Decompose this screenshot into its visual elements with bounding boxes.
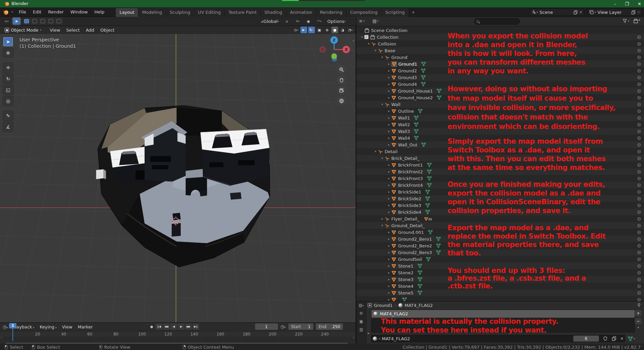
expand-icon[interactable] <box>387 96 391 99</box>
visibility-toggle-icon[interactable] <box>637 62 641 66</box>
slot-specials-dropdown[interactable]: ▾ <box>638 326 639 329</box>
visibility-toggle-icon[interactable] <box>637 123 641 127</box>
add-material-slot-button[interactable]: + <box>635 310 642 317</box>
outliner-item-label[interactable]: Ground <box>391 55 407 60</box>
visibility-toggle-icon[interactable] <box>637 284 641 288</box>
outliner-item-label[interactable]: BrickSide1 <box>398 189 421 195</box>
outliner-item-label[interactable]: Wall_Out <box>398 142 417 147</box>
visibility-toggle-icon[interactable] <box>637 277 641 282</box>
filter-type-dropdown[interactable]: ▤▾ <box>372 19 379 24</box>
options-dropdown[interactable]: Options ▾ <box>326 18 347 25</box>
visibility-toggle-icon[interactable] <box>637 156 641 161</box>
visibility-toggle-icon[interactable] <box>637 183 641 187</box>
select-mode-subtract[interactable] <box>39 18 46 25</box>
expand-icon[interactable] <box>387 231 391 234</box>
outliner-item-label[interactable]: Base <box>385 48 395 53</box>
view-layer-selector[interactable]: ▾ View Layer ✕ <box>587 8 642 16</box>
outliner-item-label[interactable]: BrickSide2 <box>398 196 421 201</box>
expand-icon[interactable] <box>380 103 385 106</box>
timeline-menu-keying[interactable]: Keying ▾ <box>37 323 59 330</box>
menu-help[interactable]: Help <box>91 8 108 16</box>
expand-icon[interactable] <box>387 163 391 167</box>
visibility-toggle-icon[interactable] <box>637 264 641 268</box>
outliner-search-input[interactable] <box>474 18 520 25</box>
expand-icon[interactable] <box>387 170 391 173</box>
new-view-layer-icon[interactable] <box>631 10 636 14</box>
scroll-right-icon[interactable]: ‹ <box>353 336 354 339</box>
tool-rotate-button[interactable]: ↻ <box>3 74 13 84</box>
blender-menu-icon[interactable] <box>3 9 9 15</box>
pin-icon[interactable] <box>637 303 641 308</box>
menu-render[interactable]: Render <box>45 8 67 16</box>
jump-to-end-button[interactable]: ▶❙ <box>192 323 199 330</box>
view-layer-name[interactable]: View Layer <box>598 10 630 15</box>
viewport-menu-view[interactable]: View <box>47 27 63 34</box>
unlink-material-icon[interactable]: ✕ <box>620 337 623 341</box>
menu-file[interactable]: File <box>15 8 30 16</box>
remove-view-layer-icon[interactable]: ✕ <box>637 10 640 14</box>
visibility-toggle-icon[interactable] <box>637 230 641 235</box>
visibility-toggle-icon[interactable] <box>637 250 641 255</box>
outliner-item-label[interactable]: Wall4 <box>398 136 410 141</box>
outliner-item-label[interactable]: Ground2_Bero2 <box>398 243 432 248</box>
play-button[interactable]: ▶ <box>178 323 184 330</box>
prev-keyframe-button[interactable]: ◀◀ <box>163 323 170 330</box>
outliner-item-label[interactable]: Scene Collection <box>371 28 407 33</box>
visibility-toggle-icon[interactable] <box>637 75 641 80</box>
close-button[interactable]: ✕ <box>638 1 641 6</box>
outliner-item-label[interactable]: BrickSide3 <box>398 203 421 208</box>
next-keyframe-button[interactable]: ▶▶ <box>185 323 192 330</box>
expand-icon[interactable] <box>387 177 391 180</box>
snap-toggle[interactable]: ∪ <box>283 18 291 25</box>
visibility-toggle-icon[interactable] <box>637 129 641 134</box>
outliner-item-label[interactable]: Ground.001 <box>398 230 424 235</box>
expand-icon[interactable] <box>387 136 391 140</box>
workspace-tab-sculpting[interactable]: Sculpting <box>166 8 194 17</box>
expand-icon[interactable] <box>387 82 391 86</box>
visibility-toggle-icon[interactable] <box>637 170 641 174</box>
frame-start-field[interactable]: Start1 <box>288 323 313 330</box>
expand-icon[interactable] <box>373 49 378 52</box>
outliner-item-label[interactable]: Ground1 <box>398 62 417 67</box>
tool-transform-button[interactable]: ◎ <box>3 96 13 106</box>
expand-icon[interactable] <box>387 237 391 241</box>
workspace-tab-texture-paint[interactable]: Texture Paint <box>225 8 261 17</box>
overlays-toggle-icon[interactable]: ▣ <box>316 27 323 33</box>
expand-icon[interactable] <box>387 210 391 214</box>
shading-material-icon[interactable]: ◑ <box>339 27 346 33</box>
visibility-toggle-icon[interactable] <box>637 42 641 46</box>
new-collection-button[interactable]: + <box>633 19 641 24</box>
expand-icon[interactable] <box>366 42 371 45</box>
expand-icon[interactable] <box>387 257 391 261</box>
mode-selector[interactable]: ■ Object Mode▾ <box>3 27 43 33</box>
expand-icon[interactable] <box>387 143 391 146</box>
pan-button[interactable] <box>337 75 346 84</box>
select-mode-invert[interactable] <box>47 18 55 25</box>
breadcrumb-object[interactable]: Ground1 <box>374 303 393 308</box>
tool-annotate-button[interactable]: ✎ <box>3 111 13 121</box>
outliner-item-label[interactable]: Ground4 <box>398 82 417 87</box>
outliner-item-label[interactable]: GroundSoil <box>398 257 422 262</box>
tool-select-box-button[interactable]: ➤ <box>3 37 13 47</box>
tab-render[interactable]: ▣ <box>359 319 363 324</box>
select-mode-extend[interactable] <box>31 18 38 25</box>
expand-icon[interactable] <box>387 291 391 294</box>
expand-icon[interactable] <box>380 217 385 220</box>
auto-keyframe-icon[interactable]: ◷▾ <box>281 324 286 329</box>
new-material-icon[interactable] <box>612 336 616 341</box>
navigation-gizmo[interactable]: Z X <box>318 35 350 66</box>
material-users-count[interactable]: 6 <box>573 336 599 342</box>
outliner-item-label[interactable]: Flyer_Detail_ <box>391 216 419 221</box>
expand-icon[interactable] <box>387 69 391 72</box>
outliner-item-label[interactable]: Stone3 <box>398 277 414 282</box>
timeline-channels[interactable] <box>0 337 356 341</box>
outliner-item-label[interactable]: Ground_House1 <box>398 89 433 94</box>
outliner-item-label[interactable]: Ground_House2 <box>398 95 433 100</box>
workspace-tab-animation[interactable]: Animation <box>286 8 316 17</box>
zoom-button[interactable] <box>337 65 346 74</box>
current-frame-indicator[interactable]: 1 <box>9 323 16 328</box>
scroll-left-icon[interactable]: ‹ <box>1 336 2 339</box>
outliner-item-label[interactable]: Outline <box>398 109 414 114</box>
select-mode-intersect[interactable] <box>55 18 63 25</box>
visibility-toggle-icon[interactable] <box>637 116 641 120</box>
